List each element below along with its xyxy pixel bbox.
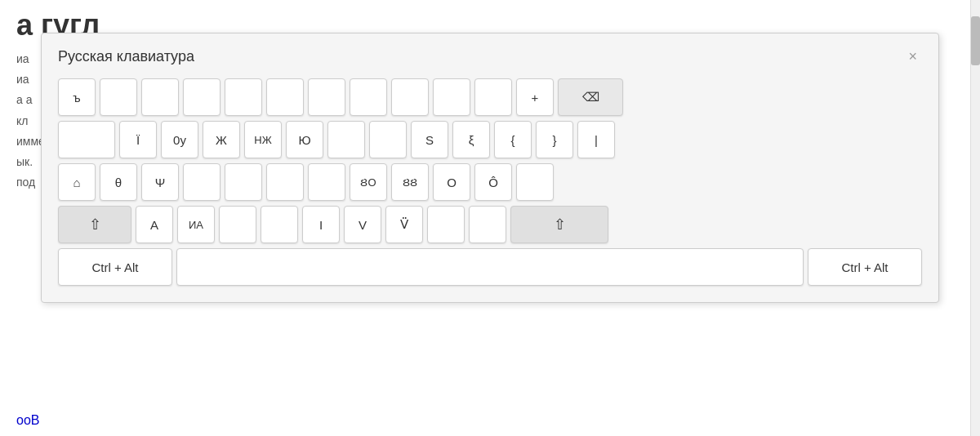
key-coo[interactable]: ȢȢ [391, 163, 429, 201]
key-zh[interactable]: Ж [203, 121, 240, 158]
key-empty-5[interactable] [266, 78, 304, 116]
key-empty-9[interactable] [433, 78, 470, 116]
scrollbar-thumb[interactable] [971, 16, 980, 65]
key-backspace[interactable]: ⌫ [558, 78, 623, 116]
key-yu[interactable]: Ю [286, 121, 323, 158]
key-space[interactable] [176, 248, 804, 286]
key-tab-empty[interactable] [58, 121, 115, 158]
key-row-5: Ctrl + Alt Ctrl + Alt [58, 248, 922, 286]
key-v-uml[interactable]: V̈ [385, 206, 423, 243]
close-button[interactable]: × [903, 47, 922, 67]
key-0y[interactable]: 0у [161, 121, 198, 158]
key-xi[interactable]: ξ [452, 121, 490, 158]
key-circle[interactable]: O [433, 163, 470, 201]
home-icon: ⌂ [73, 176, 80, 189]
key-empty-3[interactable] [183, 78, 220, 116]
key-plus[interactable]: + [516, 78, 554, 116]
key-empty-r3-2[interactable] [225, 163, 262, 201]
key-empty-r3-1[interactable] [183, 163, 220, 201]
key-s[interactable]: S [411, 121, 448, 158]
shift-left-icon: ⇧ [89, 216, 101, 234]
scrollbar[interactable] [970, 0, 980, 436]
key-ia[interactable]: ИА [177, 206, 215, 243]
key-row-3: ⌂ θ Ψ ȢO ȢȢ O Ô [58, 163, 922, 201]
keyboard-rows: ъ + ⌫ Ї 0у Ж НЖ Ю S ξ [58, 78, 922, 286]
key-empty-r4-4[interactable] [469, 206, 506, 243]
key-empty-r3-3[interactable] [266, 163, 304, 201]
bg-bottom: ооВ [16, 413, 39, 428]
key-ctrl-right[interactable]: Ctrl + Alt [808, 248, 922, 286]
key-empty-r3-5[interactable] [516, 163, 554, 201]
key-v[interactable]: V [344, 206, 381, 243]
key-ctrl-left[interactable]: Ctrl + Alt [58, 248, 172, 286]
key-circle-accent[interactable]: Ô [474, 163, 512, 201]
key-row-4: ⇧ A ИА I V V̈ ⇧ [58, 206, 922, 243]
key-psi[interactable]: Ψ [141, 163, 179, 201]
key-brace-open[interactable]: { [494, 121, 532, 158]
backspace-icon: ⌫ [582, 90, 599, 105]
key-theta[interactable]: θ [100, 163, 137, 201]
key-brace-close[interactable]: } [536, 121, 573, 158]
key-empty-1[interactable] [100, 78, 137, 116]
shift-right-icon: ⇧ [554, 216, 566, 234]
key-empty-r4-2[interactable] [261, 206, 298, 243]
key-pipe[interactable]: | [577, 121, 615, 158]
keyboard-header: Русская клавиатура × [58, 47, 922, 67]
key-empty-r3-4[interactable] [308, 163, 345, 201]
key-shift-right[interactable]: ⇧ [510, 206, 608, 243]
key-empty-10[interactable] [474, 78, 512, 116]
key-soft-sign[interactable]: ъ [58, 78, 96, 116]
key-home[interactable]: ⌂ [58, 163, 96, 201]
key-empty-7[interactable] [350, 78, 387, 116]
key-nzh[interactable]: НЖ [244, 121, 282, 158]
keyboard-title: Русская клавиатура [58, 48, 194, 65]
key-empty-8[interactable] [391, 78, 429, 116]
key-row-2: Ї 0у Ж НЖ Ю S ξ { } | [58, 121, 922, 158]
key-empty-2[interactable] [141, 78, 179, 116]
key-shift-left[interactable]: ⇧ [58, 206, 131, 243]
key-empty-r2-2[interactable] [369, 121, 407, 158]
key-a[interactable]: A [136, 206, 173, 243]
key-empty-6[interactable] [308, 78, 345, 116]
key-co[interactable]: ȢO [350, 163, 387, 201]
key-empty-r4-3[interactable] [427, 206, 465, 243]
key-yi[interactable]: Ї [119, 121, 157, 158]
key-row-1: ъ + ⌫ [58, 78, 922, 116]
key-empty-4[interactable] [225, 78, 262, 116]
keyboard-overlay: Русская клавиатура × ъ + ⌫ Ї 0у Ж [41, 33, 939, 303]
key-empty-r4-1[interactable] [219, 206, 256, 243]
key-i[interactable]: I [302, 206, 340, 243]
key-empty-r2-1[interactable] [327, 121, 365, 158]
